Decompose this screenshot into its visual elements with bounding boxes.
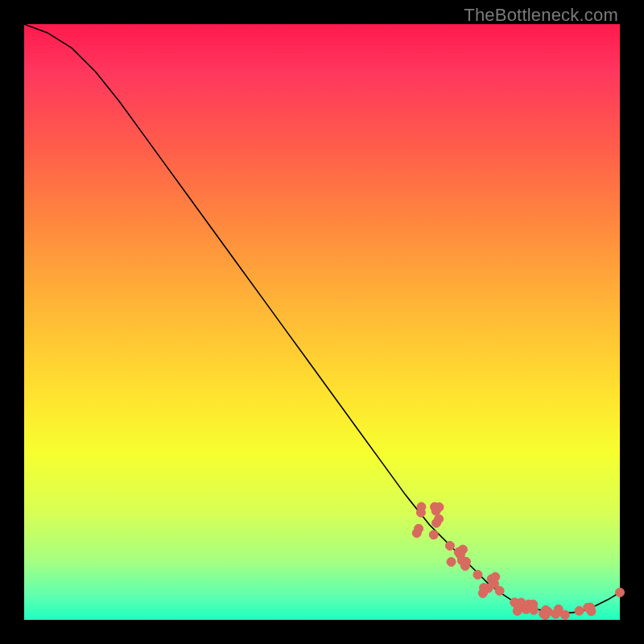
data-point [435, 502, 444, 511]
chart-stage: TheBottleneck.com [0, 0, 644, 644]
data-point [445, 541, 454, 550]
data-point [416, 508, 425, 517]
plot-area [24, 24, 620, 620]
data-point [554, 605, 563, 613]
data-point [480, 584, 489, 592]
data-point [587, 607, 596, 616]
data-point [539, 609, 548, 618]
data-point [412, 529, 421, 538]
data-point [447, 557, 456, 566]
data-point [575, 606, 584, 615]
data-point [616, 588, 625, 597]
data-point [458, 545, 467, 554]
watermark-label: TheBottleneck.com [464, 5, 618, 26]
data-point [429, 530, 438, 539]
data-point [473, 570, 482, 579]
data-point [510, 598, 519, 607]
curve-line [24, 24, 620, 613]
data-point [432, 518, 441, 527]
scatter-dots [412, 502, 624, 620]
data-point [457, 556, 466, 565]
chart-svg [24, 24, 620, 620]
data-point [529, 600, 538, 609]
